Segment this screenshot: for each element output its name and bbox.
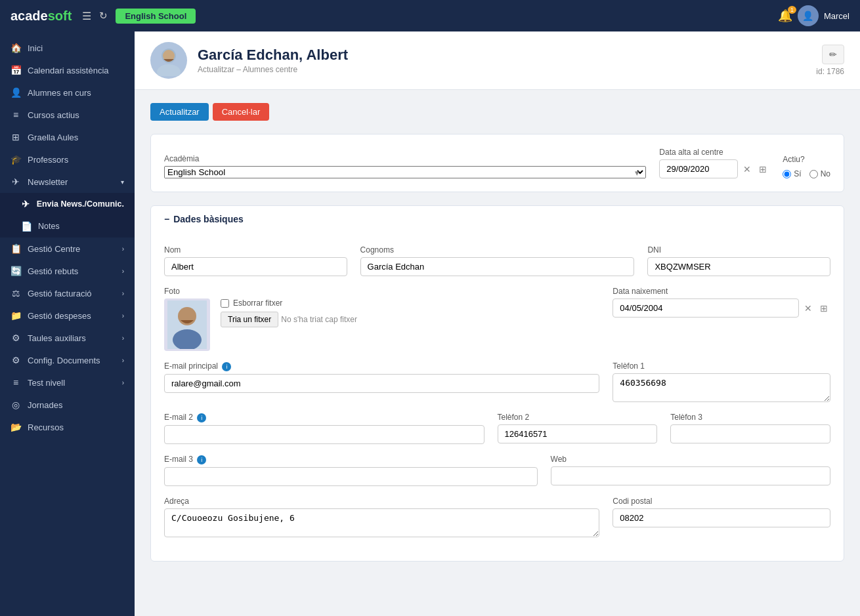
sidebar: 🏠 Inici 📅 Calendari assistència 👤 Alumne… [0,31,135,616]
top-fields-row: Acadèmia English School Data alta al cen… [164,148,830,178]
clipboard-icon: 📋 [11,243,21,254]
cognoms-input[interactable] [360,257,635,276]
page-breadcrumb: Actualitzar – Alumnes centre [198,65,348,74]
nom-input[interactable] [164,257,347,276]
sidebar-item-taules-auxiliars[interactable]: ⚙ Taules auxiliars › [0,327,135,349]
actiu-si-text: Sí [794,169,801,178]
sidebar-item-jornades[interactable]: ◎ Jornades [0,394,135,416]
dades-basiques-header[interactable]: − Dades bàsiques [151,206,844,232]
sidebar-item-label: Inici [28,43,43,53]
notification-icon[interactable]: 🔔1 [778,9,792,23]
sidebar-item-gestio-rebuts[interactable]: 🔄 Gestió rebuts › [0,260,135,282]
sidebar-item-calendari[interactable]: 📅 Calendari assistència [0,59,135,81]
chevron-right-icon: › [122,245,124,253]
sidebar-item-config-documents[interactable]: ⚙ Config. Documents › [0,349,135,371]
hamburger-icon[interactable]: ☰ [82,10,91,22]
telefon3-group: Telèfon 3 [670,413,830,444]
graduation-icon: 🎓 [11,154,21,165]
email-principal-group: E-mail principal i [164,361,599,402]
cognoms-label: Cognoms [360,245,635,255]
data-naix-input-wrap: ✕ ⊞ [613,298,830,318]
codi-postal-group: Codi postal [613,497,830,537]
sidebar-item-label: Calendari assistència [28,66,109,75]
data-alta-input[interactable] [659,159,738,178]
cancel-button[interactable]: Cancel·lar [213,103,270,121]
config-icon: ⚙ [11,355,21,365]
academia-select-wrap: English School [164,166,646,178]
school-badge[interactable]: English School [116,9,196,24]
chevron-down-icon: ▾ [121,178,124,186]
sidebar-item-gestio-facturacio[interactable]: ⚖ Gestió facturació › [0,282,135,304]
telefon3-label: Telèfon 3 [670,413,830,422]
email3-info-icon[interactable]: i [197,455,206,464]
nav-icons: ☰ ↻ [82,10,108,22]
sidebar-item-gestio-centre[interactable]: 📋 Gestió Centre › [0,237,135,260]
adreca-input[interactable]: C/Couoeozu Gosibujene, 6 [164,508,599,537]
actiu-si-radio[interactable] [783,170,791,178]
actiu-si-label[interactable]: Sí [783,169,801,178]
telefon2-label: Telèfon 2 [498,413,658,422]
collapse-icon: − [164,214,169,224]
sidebar-item-recursos[interactable]: 📂 Recursos [0,416,135,438]
paper-plane-icon: ✈ [11,176,21,187]
folder-icon: 📁 [11,310,21,321]
data-naix-input[interactable] [613,298,799,318]
email-info-icon[interactable]: i [222,362,231,371]
sidebar-item-envia-news[interactable]: ✈ Envia News./Comunic. [0,193,135,215]
telefon1-input[interactable]: 460356698 [613,373,830,402]
update-button[interactable]: Actualitzar [150,103,209,121]
data-naix-label: Data naixement [613,287,830,296]
academia-group: Acadèmia English School [164,154,646,178]
telefon3-input[interactable] [670,424,830,443]
email2-info-icon[interactable]: i [197,413,206,422]
sidebar-item-label: Gestió rebuts [28,266,78,276]
student-avatar [150,42,187,79]
email2-input[interactable] [164,425,484,444]
actiu-group: Actiu? Sí No [783,155,830,178]
actiu-no-label[interactable]: No [809,169,830,178]
email-principal-input[interactable] [164,374,599,393]
sidebar-item-test-nivell[interactable]: ≡ Test nivell › [0,371,135,394]
sidebar-item-professors[interactable]: 🎓 Professors [0,148,135,171]
record-id: id: 1786 [816,67,844,76]
foto-preview [164,298,210,351]
codi-postal-input[interactable] [613,508,830,527]
sidebar-item-notes[interactable]: 📄 Notes [0,215,135,237]
refresh-icon[interactable]: ↻ [99,10,108,22]
sidebar-item-label: Envia News./Comunic. [37,199,124,209]
dni-label: DNI [647,245,830,255]
foto-tria-button[interactable]: Tria un fitxer [221,312,278,327]
email3-input[interactable] [164,467,538,486]
telefon1-label: Telèfon 1 [613,361,830,371]
sidebar-item-label: Cursos actius [28,110,79,120]
dni-input[interactable] [647,257,830,276]
sidebar-item-label: Graella Aules [28,133,78,142]
sidebar-item-label: Recursos [28,422,64,432]
edit-button[interactable]: ✏ [822,45,844,64]
logo: acadesoft [11,9,72,24]
data-naix-clear-button[interactable]: ✕ [802,303,815,314]
sidebar-item-inici[interactable]: 🏠 Inici [0,37,135,59]
user-icon: 👤 [11,87,21,98]
academia-select[interactable]: English School [164,166,646,178]
sidebar-item-label: Gestió Centre [28,244,80,254]
data-naix-calendar-button[interactable]: ⊞ [817,303,830,314]
user-area[interactable]: 👤 Marcel [798,5,849,26]
telefon2-input[interactable] [498,424,658,443]
logo-acade: acade [11,9,48,23]
sidebar-item-gestio-despeses[interactable]: 📁 Gestió despeses › [0,304,135,327]
topnav: acadesoft ☰ ↻ English School 🔔1 👤 Marcel [0,0,860,31]
sidebar-item-newsletter[interactable]: ✈ Newsletter ▾ [0,171,135,193]
sidebar-item-alumnes[interactable]: 👤 Alumnes en curs [0,81,135,104]
actiu-no-radio[interactable] [809,170,818,178]
user-name: Marcel [824,11,849,21]
sidebar-item-cursos[interactable]: ≡ Cursos actius [0,104,135,126]
top-fields-card: Acadèmia English School Data alta al cen… [150,134,844,192]
main-content: García Edchan, Albert Actualitzar – Alum… [135,31,860,616]
data-alta-clear-button[interactable]: ✕ [741,164,754,175]
web-input[interactable] [551,466,830,485]
data-alta-calendar-button[interactable]: ⊞ [756,164,769,175]
sidebar-item-graella[interactable]: ⊞ Graella Aules [0,126,135,148]
sidebar-item-label: Newsletter [28,177,68,187]
foto-esborrar-checkbox[interactable] [221,299,229,308]
